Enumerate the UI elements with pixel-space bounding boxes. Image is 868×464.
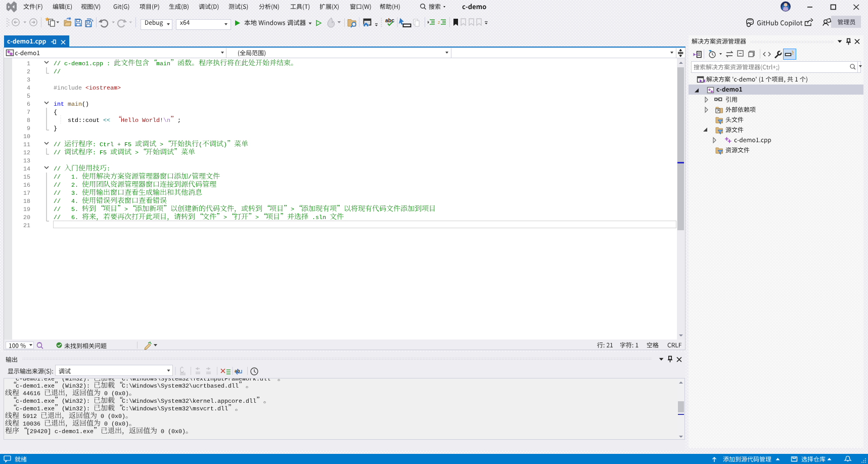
svg-text:abc: abc <box>385 17 394 23</box>
svg-text:2: 2 <box>438 20 440 25</box>
